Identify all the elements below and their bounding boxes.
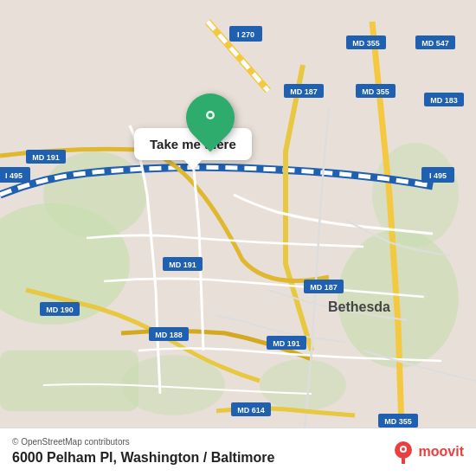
- svg-text:MD 547: MD 547: [421, 39, 449, 48]
- moovit-icon: [391, 440, 415, 464]
- svg-text:MD 355: MD 355: [384, 417, 412, 426]
- svg-text:Bethesda: Bethesda: [328, 299, 390, 314]
- bottom-left: © OpenStreetMap contributors 6000 Pelham…: [12, 437, 274, 466]
- svg-point-45: [209, 113, 213, 118]
- address-text: 6000 Pelham Pl, Washington / Baltimore: [12, 450, 274, 466]
- svg-point-5: [260, 359, 346, 411]
- svg-point-48: [402, 447, 405, 451]
- location-pin: [186, 93, 235, 142]
- svg-text:MD 188: MD 188: [155, 331, 183, 339]
- pin-icon: [200, 105, 221, 131]
- bottom-bar: © OpenStreetMap contributors 6000 Pelham…: [0, 428, 476, 476]
- attribution-text: © OpenStreetMap contributors: [12, 437, 274, 447]
- svg-text:I 270: I 270: [237, 30, 254, 39]
- svg-text:MD 355: MD 355: [362, 87, 389, 96]
- svg-text:MD 614: MD 614: [237, 406, 265, 415]
- map-container: I 270 MD 355 MD 547 MD 187 MD 355 MD 183…: [0, 0, 476, 476]
- callout-arrow: [184, 160, 202, 170]
- svg-text:MD 191: MD 191: [169, 261, 196, 269]
- svg-text:MD 191: MD 191: [273, 339, 300, 348]
- svg-point-2: [43, 151, 147, 238]
- svg-text:I 495: I 495: [5, 171, 23, 180]
- svg-text:MD 191: MD 191: [32, 153, 60, 162]
- moovit-label: moovit: [419, 444, 464, 460]
- svg-text:I 495: I 495: [429, 171, 447, 180]
- svg-rect-7: [0, 351, 138, 411]
- svg-text:MD 187: MD 187: [310, 283, 338, 292]
- svg-text:MD 190: MD 190: [46, 306, 74, 314]
- svg-text:MD 187: MD 187: [290, 87, 318, 96]
- svg-text:MD 355: MD 355: [352, 39, 380, 48]
- map-svg: I 270 MD 355 MD 547 MD 187 MD 355 MD 183…: [0, 0, 476, 476]
- pin-circle: [176, 83, 244, 151]
- svg-text:MD 183: MD 183: [430, 96, 458, 105]
- moovit-logo[interactable]: moovit: [391, 440, 464, 464]
